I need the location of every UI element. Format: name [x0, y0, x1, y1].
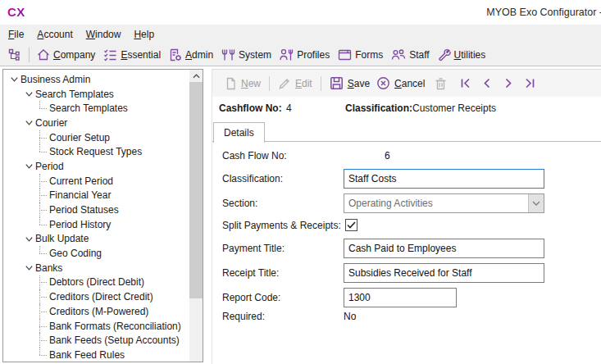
record-toolbar: New Edit Save Cancel	[212, 70, 601, 97]
scrollbar-thumb[interactable]	[189, 82, 203, 298]
tree-item-label: Banks	[35, 262, 62, 274]
nav-next-button[interactable]	[498, 75, 519, 91]
tree-item[interactable]: Geo Coding	[3, 246, 189, 261]
document-gear-icon	[169, 48, 182, 61]
tree-item[interactable]: Financial Year	[3, 189, 189, 203]
toolbar-button-admin[interactable]: Admin	[165, 47, 217, 63]
tree-item[interactable]: Current Period	[3, 174, 189, 189]
toolbar-button-system[interactable]: System	[217, 47, 275, 63]
section-dropdown[interactable]: Operating Activities	[344, 193, 544, 213]
classification-header-value: Customer Receipts	[412, 102, 496, 114]
tree-item[interactable]: Bank Feeds (Setup Accounts)	[3, 333, 189, 348]
toolbar-button-label: System	[239, 49, 271, 61]
tree-toggle-button[interactable]	[4, 47, 25, 63]
save-floppy-icon	[330, 76, 344, 90]
tree-connector	[37, 217, 49, 232]
record-panel: New Edit Save Cancel	[212, 69, 601, 364]
toolbar-button-utilities[interactable]: Utilities	[434, 47, 490, 63]
toolbar-button-label: Utilities	[454, 49, 486, 61]
save-button[interactable]: Save	[326, 75, 373, 92]
tree-item[interactable]: Courier	[3, 116, 189, 130]
tree-connector	[37, 289, 49, 304]
cancel-button[interactable]: Cancel	[373, 75, 428, 92]
trash-icon	[435, 77, 447, 90]
tab-details[interactable]: Details	[213, 122, 265, 143]
new-button[interactable]: New	[221, 75, 264, 92]
nav-last-button[interactable]	[519, 75, 540, 91]
tree-connector	[37, 333, 49, 348]
menu-window[interactable]: Window	[80, 25, 128, 43]
classification-row: Classification:	[222, 169, 544, 189]
tree-item[interactable]: Creditors (Direct Credit)	[3, 289, 189, 304]
split-payments-row: Split Payments & Receipts:	[222, 219, 357, 231]
toolbar-button-company[interactable]: Company	[33, 47, 99, 63]
payment-title-input[interactable]	[344, 239, 544, 258]
nav-previous-button[interactable]	[476, 75, 498, 91]
delete-button[interactable]	[428, 75, 450, 92]
chevron-down-icon[interactable]	[22, 161, 35, 171]
tree-item[interactable]: Creditors (M-Powered)	[3, 304, 189, 319]
chevron-down-icon[interactable]	[22, 117, 35, 128]
scrollbar-up-icon[interactable]	[189, 70, 203, 82]
tree-item[interactable]: Courier Setup	[3, 130, 189, 145]
tree-item[interactable]: Business Admin	[3, 72, 189, 87]
tree-item[interactable]: Bank Formats (Reconciliation)	[3, 319, 189, 334]
tree-item-label: Period	[35, 161, 64, 172]
toolbar-button-label: Forms	[355, 49, 383, 61]
receipt-title-label: Receipt Title:	[222, 267, 344, 279]
tree-item[interactable]: Period Statuses	[3, 202, 189, 217]
new-button-label: New	[241, 78, 261, 89]
chevron-down-icon[interactable]	[22, 262, 35, 273]
toolbar-button-staff[interactable]: Staff	[387, 47, 433, 63]
toolbar-button-essential[interactable]: Essential	[99, 47, 165, 63]
tree-item[interactable]: Debtors (Direct Debit)	[3, 275, 189, 290]
required-value: No	[344, 311, 356, 322]
wrench-icon	[438, 48, 451, 61]
tree-item-label: Geo Coding	[49, 248, 102, 259]
hierarchy-icon	[8, 48, 21, 61]
menu-account[interactable]: Account	[30, 25, 79, 43]
tree-item[interactable]: Bulk Update	[3, 232, 189, 247]
menu-help[interactable]: Help	[127, 25, 161, 43]
tree-item[interactable]: Search Templates	[3, 101, 189, 116]
tree-item[interactable]: Search Templates	[3, 87, 189, 102]
cashflow-no-header-value: 4	[286, 102, 292, 114]
menu-file[interactable]: File	[2, 25, 30, 43]
chevron-down-icon[interactable]	[528, 194, 544, 212]
split-payments-checkbox[interactable]	[345, 219, 357, 231]
receipt-title-input[interactable]	[344, 263, 544, 283]
report-code-input[interactable]	[344, 288, 457, 307]
cashflow-no-header-label: Cashflow No:	[219, 102, 282, 114]
tree-scrollbar[interactable]	[189, 70, 203, 362]
tree-item-label: Bank Feed Rules	[49, 349, 125, 361]
nav-first-button[interactable]	[455, 75, 476, 91]
home-icon	[37, 48, 50, 61]
tree-item[interactable]: Period History	[3, 217, 189, 232]
section-label: Section:	[222, 198, 344, 209]
tree-item-label: Creditors (M-Powered)	[49, 306, 148, 317]
tree-item[interactable]: Bank Feed Rules	[3, 348, 189, 362]
cancel-circle-x-icon	[376, 76, 390, 90]
tree-connector	[37, 348, 49, 362]
edit-pencil-icon	[278, 77, 291, 90]
details-form: Cash Flow No: 6 Classification: Section:…	[212, 142, 601, 364]
tree-item-label: Business Admin	[20, 74, 90, 85]
toolbar-separator	[321, 76, 321, 91]
toolbar-button-forms[interactable]: Forms	[334, 47, 387, 63]
tree-item[interactable]: Stock Request Types	[3, 144, 189, 159]
chevron-down-icon[interactable]	[7, 74, 20, 84]
classification-input[interactable]	[344, 169, 544, 189]
tree-connector	[37, 174, 49, 189]
chevron-down-icon[interactable]	[22, 89, 35, 99]
cash-flow-no-label: Cash Flow No:	[222, 150, 344, 162]
tree-item-label: Period History	[49, 219, 111, 230]
toolbar-button-label: Profiles	[297, 49, 330, 61]
toolbar-button-profiles[interactable]: Profiles	[275, 47, 334, 63]
tree-item[interactable]: Period	[3, 159, 189, 174]
tree-item[interactable]: Banks	[3, 261, 189, 275]
chevron-down-icon[interactable]	[22, 234, 35, 244]
tree-item-label: Financial Year	[49, 189, 111, 201]
required-row: Required: No	[222, 311, 356, 322]
edit-button[interactable]: Edit	[275, 75, 316, 92]
forks-icon	[221, 48, 235, 61]
